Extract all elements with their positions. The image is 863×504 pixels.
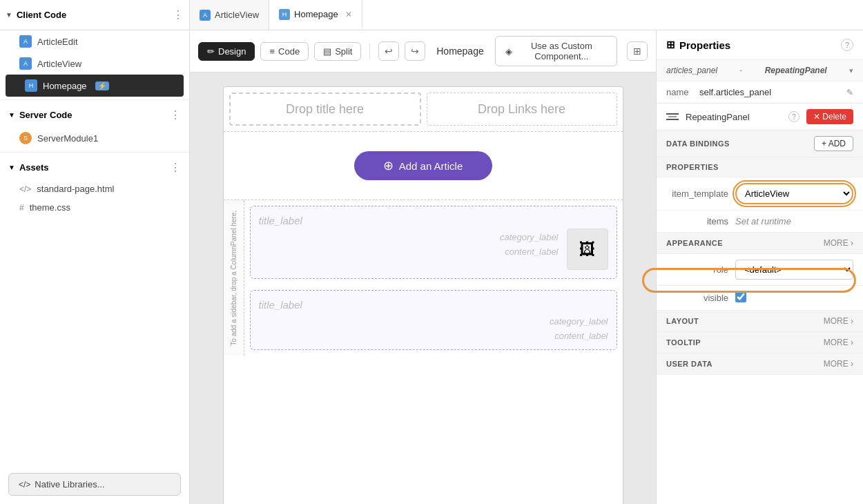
title-label-2: title_label <box>259 299 608 311</box>
component-dropdown-icon[interactable]: ▾ <box>849 66 853 75</box>
drop-title-zone[interactable]: Drop title here <box>229 93 421 126</box>
add-article-button[interactable]: ⊕ Add an Article <box>354 151 492 180</box>
homepage-icon: H <box>279 9 290 20</box>
sidebar-item-articleedit[interactable]: A ArticleEdit <box>0 30 189 52</box>
component-icon: ◈ <box>505 46 512 57</box>
edit-name-icon[interactable]: ✎ <box>846 88 853 97</box>
content-label-2: content_label <box>554 331 608 341</box>
delete-button[interactable]: ✕ Delete <box>806 109 853 124</box>
properties-title: ⊞ Properties <box>666 39 730 51</box>
homepage-sidebar-icon: H <box>25 79 37 92</box>
article-labels-1: title_label category_label content_label <box>259 215 559 270</box>
three-dots-icon[interactable]: ⋮ <box>173 8 184 21</box>
add-binding-button[interactable]: + ADD <box>814 136 853 151</box>
article-labels-2: title_label category_label content_label <box>259 299 608 341</box>
sidebar-item-css[interactable]: # theme.css <box>0 198 189 217</box>
native-libraries-button[interactable]: </> Native Libraries... <box>8 473 181 496</box>
appearance-section[interactable]: APPEARANCE MORE › <box>657 233 863 254</box>
lightning-badge: ⚡ <box>95 81 109 90</box>
item-template-row: item_template ArticleView <box>657 177 863 211</box>
appearance-more: MORE › <box>824 238 853 248</box>
tooltip-section[interactable]: TOOLTIP MORE › <box>657 332 863 353</box>
code-button[interactable]: ≡ Code <box>260 42 309 61</box>
items-label: items <box>666 216 728 226</box>
design-icon: ✏ <box>207 46 215 57</box>
plus-icon: ⊕ <box>383 158 394 173</box>
undo-button[interactable]: ↩ <box>378 41 399 61</box>
component-name-label: articles_panel <box>666 66 717 75</box>
tab-homepage[interactable]: H Homepage ✕ <box>269 0 362 30</box>
articleview-sidebar-icon: A <box>19 57 32 70</box>
canvas-main: To add a sidebar, drop a ColumnPanel her… <box>224 200 623 356</box>
layout-section[interactable]: LAYOUT MORE › <box>657 311 863 332</box>
article-item-1-content: title_label category_label content_label… <box>259 215 608 270</box>
tabs-area: A ArticleView H Homepage ✕ <box>190 0 863 30</box>
use-custom-button[interactable]: ◈ Use as Custom Component... <box>495 36 617 66</box>
assets-header[interactable]: ▼ Assets ⋮ <box>0 155 189 180</box>
tab-articleview[interactable]: A ArticleView <box>190 0 269 30</box>
properties-panel: ⊞ Properties ? articles_panel - Repeatin… <box>656 30 863 504</box>
tooltip-title: TOOLTIP <box>666 338 701 347</box>
items-row: items Set at runtime <box>657 211 863 233</box>
client-code-section[interactable]: ▼ Client Code <box>6 10 66 20</box>
sidebar-item-homepage[interactable]: H Homepage ⚡ <box>6 75 184 97</box>
component-type-label: RepeatingPanel <box>765 66 827 75</box>
article-item-1[interactable]: title_label category_label content_label… <box>250 206 617 279</box>
tab-bar-left-section: ▼ Client Code ⋮ <box>0 0 190 30</box>
drop-links-zone[interactable]: Drop Links here <box>427 93 617 126</box>
visible-checkbox[interactable] <box>735 291 746 302</box>
user-data-more: MORE › <box>824 359 853 369</box>
component-row: articles_panel - RepeatingPanel ▾ <box>657 60 863 81</box>
article-item-2[interactable]: title_label category_label content_label <box>250 290 617 350</box>
item-template-select[interactable]: ArticleView <box>735 183 853 204</box>
help-button[interactable]: ? <box>841 39 853 51</box>
server-code-header[interactable]: ▼ Server Code ⋮ <box>0 103 189 127</box>
sidebar-item-servermodule1[interactable]: S ServerModule1 <box>0 127 189 149</box>
rp-help-icon[interactable]: ? <box>788 111 799 122</box>
repeating-panel-label: RepeatingPanel <box>686 112 782 122</box>
client-code-label: Client Code <box>17 10 66 20</box>
canvas: Drop title here Drop Links here ⊕ Add an… <box>223 86 623 504</box>
server-dots-icon[interactable]: ⋮ <box>170 108 181 122</box>
sidebar-item-articleview[interactable]: A ArticleView <box>0 52 189 75</box>
sidebar-panel-text: To add a sidebar, drop a ColumnPanel her… <box>230 211 237 346</box>
layout-button[interactable]: ⊞ <box>627 41 648 61</box>
design-button[interactable]: ✏ Design <box>198 42 255 61</box>
properties-section-header: PROPERTIES <box>657 157 863 177</box>
close-tab-icon[interactable]: ✕ <box>345 10 352 19</box>
properties-header: ⊞ Properties ? <box>657 30 863 60</box>
assets-chevron-icon: ▼ <box>8 164 15 171</box>
servermodule-icon: S <box>19 132 32 144</box>
tooltip-more: MORE › <box>824 338 853 347</box>
image-placeholder-1: 🖼 <box>567 229 608 270</box>
category-label-2: category_label <box>550 316 608 327</box>
css-icon: # <box>19 203 24 213</box>
drop-links-text: Drop Links here <box>478 102 565 117</box>
items-value: Set at runtime <box>735 216 791 226</box>
role-select[interactable]: <default> <box>735 260 853 280</box>
sidebar: A ArticleEdit A ArticleView H Homepage ⚡… <box>0 30 190 504</box>
sidebar-panel[interactable]: To add a sidebar, drop a ColumnPanel her… <box>224 200 244 356</box>
sidebar-item-html[interactable]: </> standard-page.html <box>0 180 189 198</box>
code-icon: </> <box>19 480 30 490</box>
drop-title-text: Drop title here <box>286 102 364 117</box>
canvas-header: Drop title here Drop Links here <box>224 87 623 132</box>
split-button[interactable]: ▤ Split <box>314 42 361 61</box>
main-layout: A ArticleEdit A ArticleView H Homepage ⚡… <box>0 30 863 504</box>
html-icon: </> <box>19 184 31 194</box>
toolbar-separator <box>369 43 370 59</box>
redo-button[interactable]: ↪ <box>405 41 425 61</box>
editor-toolbar: ✏ Design ≡ Code ▤ Split ↩ ↪ Homepage ◈ U… <box>190 30 656 72</box>
assets-dots-icon[interactable]: ⋮ <box>170 161 181 174</box>
name-row: name self.articles_panel ✎ <box>657 81 863 104</box>
item-template-label: item_template <box>666 188 728 199</box>
split-icon: ▤ <box>323 46 331 57</box>
articleview-icon: A <box>200 10 211 21</box>
user-data-section[interactable]: USER DATA MORE › <box>657 353 863 375</box>
chevron-down-icon: ▼ <box>6 11 12 19</box>
name-value: self.articles_panel <box>699 87 841 97</box>
canvas-wrapper: Drop title here Drop Links here ⊕ Add an… <box>190 72 656 504</box>
properties-icon: ⊞ <box>666 39 675 51</box>
code-toolbar-icon: ≡ <box>269 46 275 57</box>
item-template-value: ArticleView <box>735 183 853 204</box>
